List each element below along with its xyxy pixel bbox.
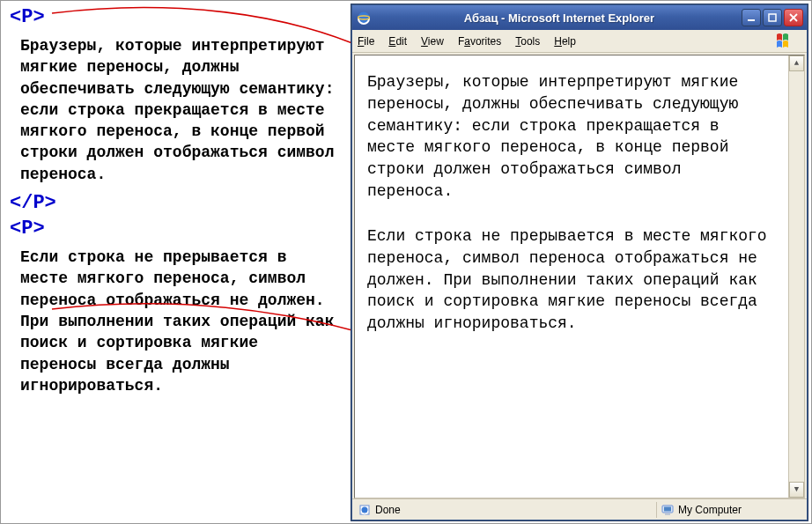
minimize-button[interactable] bbox=[742, 9, 761, 26]
svg-point-5 bbox=[362, 506, 368, 513]
source-paragraph-2: Если строка не прерывается в месте мягко… bbox=[20, 247, 336, 396]
svg-rect-3 bbox=[769, 14, 776, 21]
status-separator bbox=[656, 502, 657, 518]
window-title: Абзац - Microsoft Internet Explorer bbox=[377, 11, 742, 25]
svg-rect-8 bbox=[665, 513, 670, 515]
vertical-scrollbar[interactable]: ▲ ▼ bbox=[788, 55, 804, 498]
menubar: File Edit View Favorites Tools Help bbox=[352, 30, 807, 53]
my-computer-icon bbox=[661, 503, 675, 517]
content-area: Браузеры, которые интерпретируют мягкие … bbox=[354, 55, 805, 498]
close-p-tag-1: </P> bbox=[10, 192, 336, 214]
menu-tools[interactable]: Tools bbox=[515, 35, 540, 48]
source-code-panel: <P> Браузеры, которые интерпретируют мяг… bbox=[10, 3, 336, 403]
menu-help[interactable]: Help bbox=[554, 35, 576, 48]
scroll-down-button[interactable]: ▼ bbox=[789, 482, 804, 498]
menu-edit[interactable]: Edit bbox=[388, 35, 407, 48]
svg-rect-7 bbox=[664, 506, 671, 511]
ie-icon bbox=[356, 10, 372, 26]
scroll-track[interactable] bbox=[789, 71, 804, 482]
rendered-paragraph-1: Браузеры, которые интерпретируют мягкие … bbox=[367, 71, 776, 203]
menu-favorites[interactable]: Favorites bbox=[458, 35, 501, 48]
rendered-page: Браузеры, которые интерпретируют мягкие … bbox=[355, 55, 788, 498]
status-zone-label: My Computer bbox=[678, 504, 742, 516]
open-p-tag-1: <P> bbox=[10, 6, 336, 28]
rendered-paragraph-2: Если строка не прерывается в месте мягко… bbox=[367, 225, 776, 335]
menu-view[interactable]: View bbox=[421, 35, 444, 48]
maximize-button[interactable] bbox=[763, 9, 782, 26]
menu-file[interactable]: File bbox=[358, 35, 374, 48]
statusbar: Done My Computer bbox=[352, 498, 807, 520]
open-p-tag-2: <P> bbox=[10, 218, 336, 240]
close-button[interactable] bbox=[784, 9, 803, 26]
titlebar: Абзац - Microsoft Internet Explorer bbox=[352, 5, 807, 30]
windows-flag-icon bbox=[771, 32, 801, 51]
scroll-up-button[interactable]: ▲ bbox=[789, 55, 804, 71]
status-done-label: Done bbox=[375, 504, 401, 516]
svg-rect-2 bbox=[748, 19, 755, 21]
done-icon bbox=[358, 503, 372, 517]
source-paragraph-1: Браузеры, которые интерпретируют мягкие … bbox=[20, 35, 336, 185]
browser-window: Абзац - Microsoft Internet Explorer File… bbox=[351, 4, 808, 520]
